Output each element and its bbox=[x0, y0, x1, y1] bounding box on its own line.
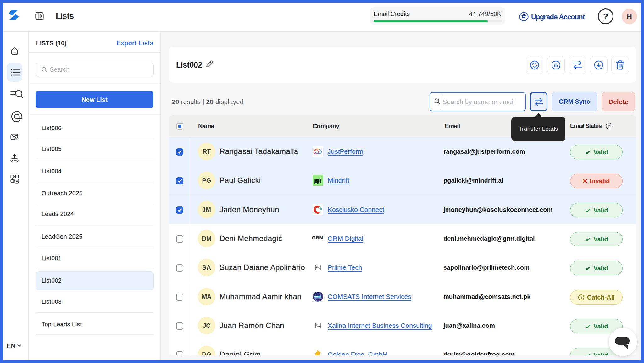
svg-text:COMSATS: COMSATS bbox=[314, 296, 322, 298]
